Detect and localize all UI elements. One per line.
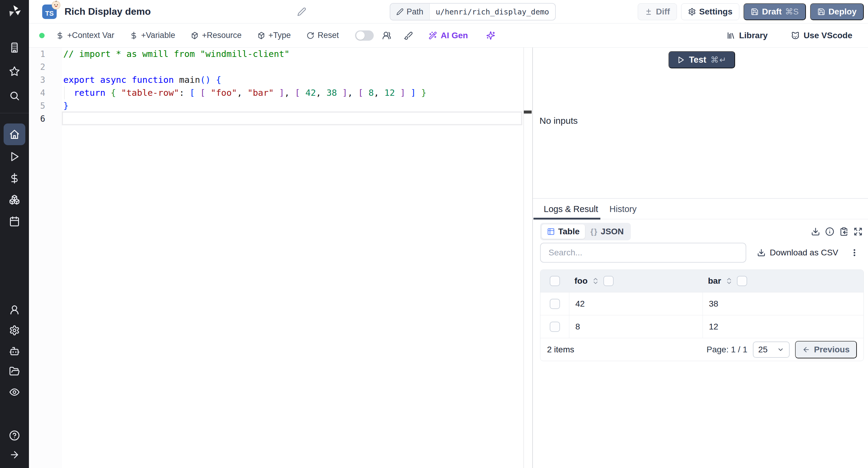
column-header-foo[interactable]: foo [569,276,703,286]
code-line[interactable] [63,112,427,125]
previous-label: Previous [814,345,849,355]
multiplayer-users-icon[interactable] [382,31,391,40]
add-type-button[interactable]: +Type [257,31,291,40]
format-brush-icon[interactable] [404,31,413,40]
sidebar-item-search[interactable] [9,90,20,101]
test-shortcut: ⌘↵ [710,55,727,65]
column-checkbox[interactable] [737,276,747,286]
code-line[interactable]: export async function main() { [63,73,427,87]
download-csv-button[interactable]: Download as CSV [757,243,838,263]
code-line[interactable]: return { "table-row": [ [ "foo", "bar" ]… [63,87,427,99]
search-input[interactable] [540,243,746,263]
column-label: foo [575,276,588,286]
more-options-icon[interactable] [850,243,859,263]
sidebar-item-variables[interactable] [9,173,20,184]
diff-button[interactable]: Diff [638,3,677,20]
editor-code[interactable]: // import * as wmill from "windmill-clie… [63,47,427,125]
multiplayer-toggle[interactable] [355,30,374,41]
sidebar-item-favorites[interactable] [9,66,20,77]
sidebar-item-help[interactable] [9,430,20,441]
reset-label: Reset [318,31,339,40]
editor-toolbar: +Context Var +Variable +Resource +Type R… [29,24,868,47]
sidebar-item-folders[interactable] [9,366,20,377]
boxes-icon [9,194,20,205]
row-checkbox-cell [540,299,569,309]
home-icon [9,129,20,140]
row-checkbox-cell [540,322,569,332]
deploy-button[interactable]: Deploy [810,3,864,20]
column-header-bar[interactable]: bar [703,276,864,286]
test-button[interactable]: Test ⌘↵ [669,51,735,68]
sidebar-item-expand[interactable] [9,449,20,460]
ai-gen-label: AI Gen [441,31,468,40]
download-result-icon[interactable] [811,227,820,236]
sidebar-item-audit[interactable] [9,387,20,398]
page-size-select[interactable]: 25 [753,341,789,358]
draft-button[interactable]: Draft ⌘S [744,3,806,20]
sort-icon[interactable] [725,277,733,285]
result-actions [811,227,863,236]
draft-label: Draft [762,7,781,16]
arrow-left-icon [802,346,810,354]
edit-summary-icon[interactable] [297,7,306,16]
path-field[interactable]: Path u/henri/rich_display_demo [390,3,556,21]
save-icon [817,8,825,16]
code-line[interactable]: } [63,99,427,112]
settings-button[interactable]: Settings [681,3,739,20]
windmill-script-editor: TS Rich Display demo Path u/henri/rich_d… [0,0,868,468]
expand-icon[interactable] [854,227,863,236]
topbar: TS Rich Display demo Path u/henri/rich_d… [29,0,868,24]
building-icon [9,42,20,53]
ai-gen-button[interactable]: AI Gen [429,31,468,40]
run-panel: Test ⌘↵ No inputs Logs & Result History … [533,47,868,468]
cell-foo: 8 [569,315,703,338]
cell-bar: 38 [703,293,864,315]
path-edit-button[interactable]: Path [390,4,430,20]
path-value[interactable]: u/henri/rich_display_demo [430,4,555,20]
add-resource-button[interactable]: +Resource [191,31,241,40]
add-context-var-button[interactable]: +Context Var [56,31,114,40]
result-view-toggle: Table {} JSON [540,223,631,240]
sidebar-item-schedules[interactable] [9,216,20,227]
column-checkbox[interactable] [603,276,614,286]
draft-shortcut: ⌘S [785,7,799,16]
select-all-checkbox[interactable] [550,276,560,286]
no-inputs-text: No inputs [539,115,578,126]
row-checkbox[interactable] [550,299,560,309]
sidebar-item-runs[interactable] [9,151,20,162]
windmill-logo-icon[interactable] [7,4,22,19]
tab-history[interactable]: History [610,204,637,214]
add-variable-button[interactable]: +Variable [130,31,175,40]
sidebar-item-settings[interactable] [9,325,20,336]
cell-bar: 12 [703,315,864,338]
code-editor[interactable]: 123456 // import * as wmill from "windmi… [29,47,532,468]
table-row: 4238 [540,292,864,315]
row-checkbox[interactable] [550,322,560,332]
view-table-button[interactable]: Table [541,224,585,239]
sort-icon[interactable] [592,277,599,285]
tab-logs-result[interactable]: Logs & Result [544,204,598,214]
view-json-button[interactable]: {} JSON [585,227,629,236]
scrollbar-handle[interactable] [524,110,532,113]
code-line[interactable]: // import * as wmill from "windmill-clie… [63,47,427,61]
previous-page-button[interactable]: Previous [795,341,857,358]
sidebar-item-home[interactable] [9,129,20,140]
dollar-icon [9,173,20,184]
sidebar-item-users[interactable] [9,304,20,315]
reset-button[interactable]: Reset [307,31,339,40]
play-icon [9,151,20,162]
use-vscode-button[interactable]: Use VScode [791,31,852,40]
line-number: 1 [29,47,45,61]
sidebar-item-resources[interactable] [9,194,20,205]
baby-emoji-icon [52,1,61,10]
sidebar-item-ai[interactable] [9,346,20,357]
page-size-value: 25 [758,345,768,355]
copy-clipboard-icon[interactable] [839,227,848,236]
code-line[interactable] [63,61,427,73]
typescript-badge-label: TS [45,10,54,18]
result-table: foo bar 4238812 2 items Page: 1 / 1 25 [540,270,864,361]
sidebar-item-workspace[interactable] [9,42,20,53]
info-icon[interactable] [825,227,834,236]
library-button[interactable]: Library [727,31,768,40]
sparkles-icon[interactable] [486,31,495,40]
